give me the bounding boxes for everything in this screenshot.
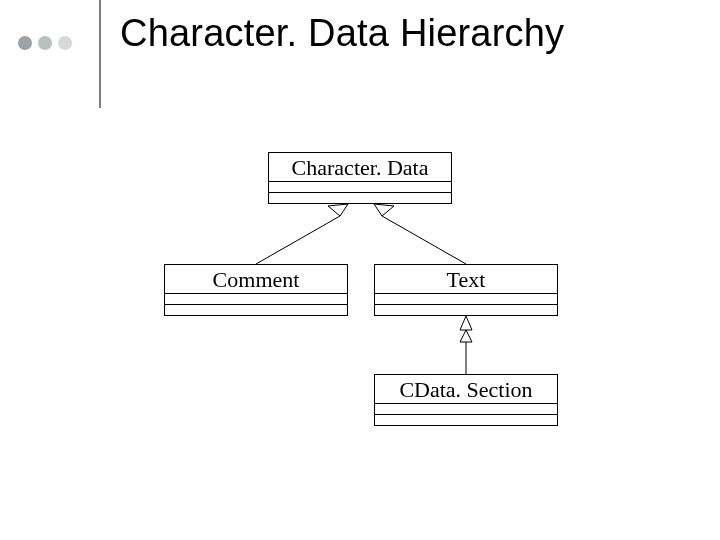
uml-class-name: Text: [374, 264, 558, 294]
svg-line-0: [256, 216, 340, 264]
uml-class-characterdata: Character. Data: [268, 152, 452, 204]
uml-class-text: Text: [374, 264, 558, 316]
title-divider: [99, 0, 101, 108]
uml-class-section: [164, 294, 348, 305]
bullet-dot: [58, 36, 72, 50]
uml-class-section: [374, 294, 558, 305]
uml-class-section: [268, 182, 452, 193]
uml-class-section: [374, 305, 558, 316]
uml-class-name: CData. Section: [374, 374, 558, 404]
slide: Character. Data Hierarchy Character. Dat…: [0, 0, 720, 540]
bullet-dot: [18, 36, 32, 50]
page-title: Character. Data Hierarchy: [120, 12, 564, 55]
uml-class-cdatasection: CData. Section: [374, 374, 558, 426]
uml-class-section: [374, 404, 558, 415]
bullet-dot: [38, 36, 52, 50]
uml-class-comment: Comment: [164, 264, 348, 316]
svg-marker-1: [328, 204, 348, 216]
title-bullets: [18, 36, 72, 50]
uml-class-name: Comment: [164, 264, 348, 294]
svg-marker-6: [460, 316, 472, 330]
svg-marker-3: [374, 204, 394, 216]
uml-class-section: [268, 193, 452, 204]
uml-edges: [0, 0, 720, 540]
uml-class-section: [164, 305, 348, 316]
uml-class-name: Character. Data: [268, 152, 452, 182]
uml-class-section: [374, 415, 558, 426]
svg-marker-5: [460, 330, 472, 342]
svg-line-2: [382, 216, 466, 264]
